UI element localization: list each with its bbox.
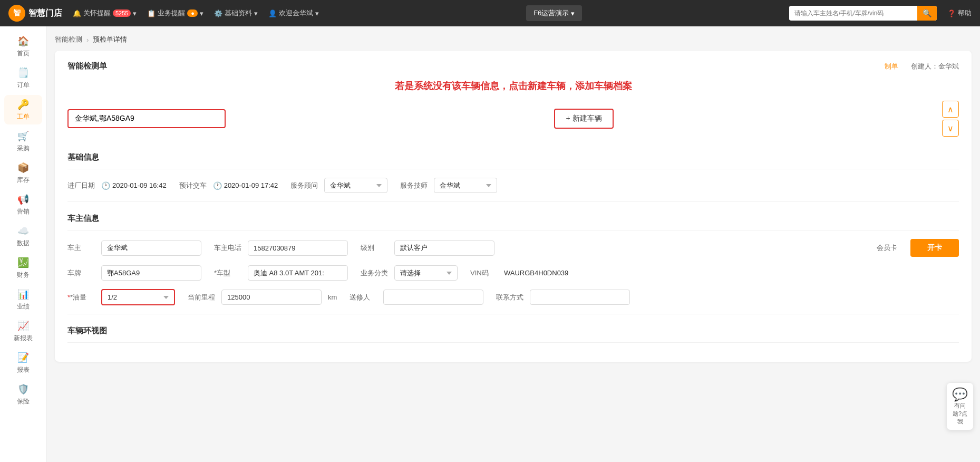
oil-select[interactable]: 1/2 (101, 289, 175, 305)
expand-button[interactable]: ∧ (942, 101, 959, 118)
breadcrumb-separator: › (86, 36, 89, 44)
logo-icon: 智 (8, 5, 25, 22)
app-logo: 智 智慧门店 (8, 5, 62, 22)
help-button[interactable]: ❓ 帮助 (947, 8, 972, 18)
notification-badge: 5255 (113, 9, 131, 17)
owner-item: 车主 (67, 240, 201, 256)
vin-value: WAURGB4H0DN039 (504, 269, 588, 277)
new-vehicle-button[interactable]: + 新建车辆 (554, 109, 613, 129)
clock-icon1: 🕐 (101, 181, 110, 190)
insurance-icon: 🛡️ (17, 383, 29, 395)
car-type-item: *车型 (214, 265, 348, 281)
sidebar-item-marketing[interactable]: 📢 营销 (4, 190, 42, 219)
contact-label: 联系方式 (496, 293, 526, 302)
sidebar: 🏠 首页 🗒️ 订单 🔑 工单 🛒 采购 📦 库存 📢 营销 ☁️ 数据 💹 财… (0, 26, 46, 462)
sender-label: 送修人 (350, 293, 379, 302)
sidebar-item-workorder[interactable]: 🔑 工单 (4, 95, 42, 124)
owner-input[interactable] (101, 240, 201, 256)
card-meta-area: 制单 创建人：金华斌 (885, 62, 959, 71)
biz-type-label: 业务分类 (361, 268, 390, 278)
search-input[interactable] (789, 6, 917, 20)
purchase-icon: 🛒 (17, 130, 29, 142)
sidebar-item-orders[interactable]: 🗒️ 订单 (4, 63, 42, 93)
business-menu[interactable]: 📋 业务提醒 ● ▾ (147, 8, 203, 18)
service-advisor-label: 服务顾问 (290, 181, 320, 190)
home-icon: 🏠 (17, 35, 29, 47)
vehicle-search-input[interactable] (67, 109, 226, 128)
expected-date-value: 🕐 2020-01-09 17:42 (213, 181, 278, 190)
service-tech-item: 服务技师 金华斌 (400, 178, 497, 193)
biz-type-item: 业务分类 请选择 (361, 265, 458, 281)
search-button[interactable]: 🔍 (917, 6, 937, 21)
entry-date-item: 进厂日期 🕐 2020-01-09 16:42 (67, 181, 167, 190)
member-card-button[interactable]: 开卡 (910, 239, 959, 257)
plate-input[interactable] (101, 265, 201, 281)
search-box: 🔍 (789, 6, 937, 21)
level-item: 级别 (361, 240, 494, 256)
report-icon: 📝 (17, 352, 29, 363)
sidebar-item-new-report[interactable]: 📈 新报表 (4, 316, 42, 346)
biz-type-select[interactable]: 请选择 (394, 265, 458, 281)
card-header: 智能检测单 制单 创建人：金华斌 (67, 61, 959, 71)
f6-button[interactable]: F6运营演示 ▾ (526, 5, 582, 21)
main-card: 智能检测单 制单 创建人：金华斌 若是系统没有该车辆信息，点击新建车辆，添加车辆… (55, 51, 972, 362)
service-advisor-select[interactable]: 金华斌 (324, 178, 387, 193)
vehicle-section-title: 车辆环视图 (67, 321, 959, 343)
notification-menu[interactable]: 🔔 关怀提醒 5255 ▾ (73, 8, 137, 18)
main-content: 智能检测 › 预检单详情 智能检测单 制单 创建人：金华斌 若是系统没有该车辆信… (46, 26, 980, 462)
level-input[interactable] (394, 240, 494, 256)
hint-text: 若是系统没有该车辆信息，点击新建车辆，添加车辆档案 (67, 80, 959, 92)
collapse-button[interactable]: ∨ (942, 120, 959, 137)
base-data-menu[interactable]: ⚙️ 基础资料 ▾ (214, 8, 258, 18)
finance-icon: 💹 (17, 257, 29, 268)
plate-item: 车牌 (67, 265, 201, 281)
sidebar-item-report[interactable]: 📝 报表 (4, 348, 42, 378)
contact-input[interactable] (530, 290, 630, 305)
owner-row1: 车主 车主电话 级别 会员卡 开卡 (67, 239, 959, 257)
app-name: 智慧门店 (28, 8, 62, 19)
sidebar-item-finance[interactable]: 💹 财务 (4, 253, 42, 283)
user-icon: 👤 (268, 9, 277, 17)
chevron-down-icon2: ▾ (200, 9, 203, 17)
sidebar-item-performance[interactable]: 📊 业绩 (4, 285, 42, 314)
member-label: 会员卡 (877, 243, 906, 253)
gear-icon: ⚙️ (214, 9, 222, 17)
navbar-center: F6运营演示 ▾ (329, 5, 779, 21)
mileage-label: 当前里程 (188, 293, 217, 302)
status-badge: 制单 (885, 62, 898, 71)
service-advisor-item: 服务顾问 金华斌 (290, 178, 387, 193)
float-help-button[interactable]: 💬 有问题?点我 (946, 382, 974, 430)
sender-input[interactable] (383, 290, 483, 305)
owner-row2: 车牌 *车型 业务分类 请选择 VIN码 WAURGB4H0DN039 (67, 265, 959, 281)
basic-info-row: 进厂日期 🕐 2020-01-09 16:42 预计交车 🕐 2020-01-0… (67, 178, 959, 193)
sidebar-item-insurance[interactable]: 🛡️ 保险 (4, 380, 42, 409)
contact-item: 联系方式 (496, 290, 630, 305)
business-badge: ● (187, 9, 198, 17)
sidebar-item-inventory[interactable]: 📦 库存 (4, 158, 42, 188)
expand-collapse-buttons: ∧ ∨ (942, 101, 959, 137)
bell-icon: 🔔 (73, 9, 81, 17)
service-tech-select[interactable]: 金华斌 (434, 178, 497, 193)
chevron-down-icon3: ▾ (254, 9, 258, 17)
oil-label: **油量 (67, 293, 97, 302)
sidebar-item-data[interactable]: ☁️ 数据 (4, 222, 42, 251)
expected-date-label: 预计交车 (179, 181, 209, 190)
sidebar-item-home[interactable]: 🏠 首页 (4, 32, 42, 61)
breadcrumb-current: 预检单详情 (93, 35, 127, 44)
business-icon: 📋 (147, 9, 156, 17)
orders-icon: 🗒️ (17, 67, 29, 79)
expected-date-item: 预计交车 🕐 2020-01-09 17:42 (179, 181, 278, 190)
data-icon: ☁️ (17, 225, 29, 237)
phone-input[interactable] (248, 240, 348, 256)
chevron-down-icon: ▾ (133, 9, 137, 17)
mileage-input[interactable] (221, 290, 322, 305)
user-menu[interactable]: 👤 欢迎金华斌 ▾ (268, 8, 319, 18)
vin-item: VIN码 WAURGB4H0DN039 (470, 268, 588, 278)
sidebar-item-purchase[interactable]: 🛒 采购 (4, 127, 42, 156)
phone-label: 车主电话 (214, 243, 244, 253)
basic-info-title: 基础信息 (67, 147, 959, 169)
workorder-icon: 🔑 (17, 99, 29, 110)
card-title: 智能检测单 (67, 61, 107, 71)
car-type-input[interactable] (248, 265, 348, 281)
mileage-unit: km (328, 293, 337, 301)
